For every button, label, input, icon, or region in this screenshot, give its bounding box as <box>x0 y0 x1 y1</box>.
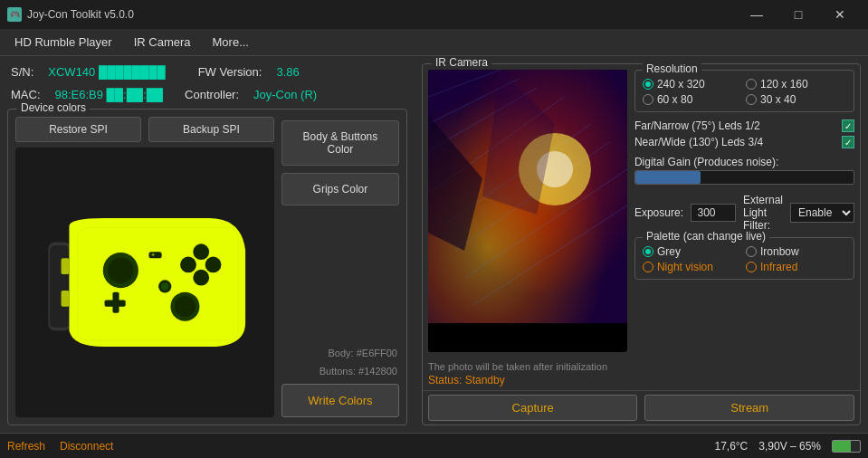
gain-section: Digital Gain (Produces noise): <box>634 156 854 188</box>
menu-hd-rumble[interactable]: HD Rumble Player <box>4 32 123 52</box>
res-30x40-label: 30 x 40 <box>760 93 796 106</box>
maximize-button[interactable]: □ <box>777 0 819 29</box>
left-panel: S/N: XCW140 ████████ FW Version: 3.86 MA… <box>0 56 415 433</box>
exposure-input[interactable] <box>691 204 736 222</box>
home-inner <box>161 282 169 291</box>
disconnect-link[interactable]: Disconnect <box>60 440 113 453</box>
gain-slider-track[interactable] <box>634 170 854 185</box>
palette-ironbow-label: Ironbow <box>760 245 799 258</box>
palette-nightvision[interactable]: Night vision <box>643 261 743 273</box>
res-60x80[interactable]: 60 x 80 <box>643 93 743 106</box>
fw-label: FW Version: <box>198 65 262 79</box>
refresh-link[interactable]: Refresh <box>7 440 45 453</box>
res-240x320[interactable]: 240 x 320 <box>643 78 743 91</box>
mac-label: MAC: <box>11 88 41 101</box>
sn-label: S/N: <box>11 65 33 79</box>
temperature: 17,6°C <box>714 440 748 453</box>
controller-image: + <box>15 148 274 417</box>
controller-area: Restore SPI Backup SPI <box>15 117 274 417</box>
battery-bar <box>832 440 861 453</box>
gain-label: Digital Gain (Produces noise): <box>634 156 854 168</box>
ir-camera-box: IR Camera <box>422 63 861 425</box>
ir-content: Resolution 240 x 320 120 x 160 <box>423 64 860 358</box>
ir-camera-legend: IR Camera <box>432 56 491 69</box>
ir-photo-note: The photo will be taken after initializa… <box>428 361 854 372</box>
battery-fill <box>833 441 851 452</box>
ext-light-select[interactable]: Enable Disable <box>790 203 854 223</box>
btn-b <box>180 257 196 273</box>
main-content: S/N: XCW140 ████████ FW Version: 3.86 MA… <box>0 56 868 433</box>
ir-camera-image <box>428 70 627 323</box>
palette-grey-label: Grey <box>657 245 681 258</box>
res-30x40[interactable]: 30 x 40 <box>746 93 846 106</box>
grips-color-button[interactable]: Grips Color <box>281 173 399 205</box>
joystick-right-cap <box>175 296 196 317</box>
sn-value: XCW140 ████████ <box>48 65 165 79</box>
menu-more[interactable]: More... <box>202 32 260 52</box>
write-colors-button[interactable]: Write Colors <box>281 384 399 417</box>
res-240x320-radio[interactable] <box>643 79 653 90</box>
backup-spi-button[interactable]: Backup SPI <box>148 117 274 142</box>
sr-btn <box>62 291 70 307</box>
res-120x160-label: 120 x 160 <box>760 78 808 91</box>
palette-infrared-radio[interactable] <box>746 262 757 272</box>
exposure-label: Exposure: <box>634 206 683 219</box>
close-button[interactable]: ✕ <box>819 0 861 29</box>
palette-grid: Grey Ironbow Night vision <box>643 245 846 273</box>
ir-status: Status: Standby <box>428 374 854 386</box>
mac-value: 98:E6:B9 ██:██:██ <box>55 88 164 101</box>
palette-nightvision-label: Night vision <box>657 261 713 273</box>
fw-value: 3.86 <box>276 65 299 79</box>
stream-button[interactable]: Stream <box>644 395 854 421</box>
led-checkboxes: Far/Narrow (75°) Leds 1/2 Near/Wide (130… <box>634 118 854 150</box>
restore-spi-button[interactable]: Restore SPI <box>15 117 141 142</box>
far-narrow-check[interactable] <box>842 119 854 132</box>
near-wide-check[interactable] <box>842 136 854 148</box>
device-colors-box: Device colors Restore SPI Backup SPI <box>7 109 407 425</box>
device-colors-legend: Device colors <box>17 101 90 114</box>
statusbar-left: Refresh Disconnect <box>7 440 113 453</box>
statusbar-right: 17,6°C 3,90V – 65% <box>714 440 861 453</box>
palette-grey[interactable]: Grey <box>643 245 743 258</box>
right-panel: IR Camera <box>415 56 868 433</box>
body-buttons-color-button[interactable]: Body & ButtonsColor <box>281 120 399 166</box>
ir-bottom: The photo will be taken after initializa… <box>423 358 860 390</box>
palette-legend: Palette (can change live) <box>643 230 769 243</box>
btn-x <box>193 243 209 260</box>
palette-infrared[interactable]: Infrared <box>746 261 846 273</box>
near-wide-row: Near/Wide (130°) Leds 3/4 <box>634 134 854 150</box>
dpad-v <box>112 292 119 313</box>
joystick-cap <box>108 257 133 282</box>
color-panel: Body & ButtonsColor Grips Color Body: #E… <box>281 117 399 417</box>
device-colors-inner: Restore SPI Backup SPI <box>15 117 399 417</box>
res-120x160-radio[interactable] <box>746 79 757 90</box>
voltage: 3,90V – 65% <box>758 440 821 453</box>
res-120x160[interactable]: 120 x 160 <box>746 78 846 91</box>
titlebar-left: 🎮 Joy-Con Toolkit v5.0.0 <box>7 7 134 22</box>
titlebar: 🎮 Joy-Con Toolkit v5.0.0 — □ ✕ <box>0 0 868 29</box>
palette-ironbow-radio[interactable] <box>746 246 757 257</box>
res-60x80-label: 60 x 80 <box>657 93 692 106</box>
capture-button[interactable]: Capture <box>428 395 638 421</box>
palette-ironbow[interactable]: Ironbow <box>746 245 846 258</box>
res-60x80-radio[interactable] <box>643 94 653 105</box>
joycon-body <box>69 218 245 347</box>
plus-label: + <box>151 252 155 259</box>
ir-capture-row: Capture Stream <box>423 390 860 425</box>
joycon-svg: + <box>18 210 272 355</box>
far-narrow-row: Far/Narrow (75°) Leds 1/2 <box>634 118 854 134</box>
palette-group: Palette (can change live) Grey Ironbow <box>634 237 854 280</box>
controller-label: Controller: <box>185 88 239 101</box>
palette-grey-radio[interactable] <box>643 246 653 257</box>
body-hex: Body: #E6FF00 <box>281 348 399 358</box>
menu-ir-camera[interactable]: IR Camera <box>123 32 202 52</box>
app-icon: 🎮 <box>7 7 22 22</box>
minimize-button[interactable]: — <box>736 0 777 29</box>
resolution-group: Resolution 240 x 320 120 x 160 <box>634 70 854 112</box>
ext-light-label: External Light Filter: <box>743 194 783 232</box>
statusbar: Refresh Disconnect 17,6°C 3,90V – 65% <box>0 433 868 458</box>
btn-a <box>205 257 222 273</box>
near-wide-label: Near/Wide (130°) Leds 3/4 <box>634 136 763 148</box>
palette-nightvision-radio[interactable] <box>643 262 653 272</box>
res-30x40-radio[interactable] <box>746 94 757 105</box>
